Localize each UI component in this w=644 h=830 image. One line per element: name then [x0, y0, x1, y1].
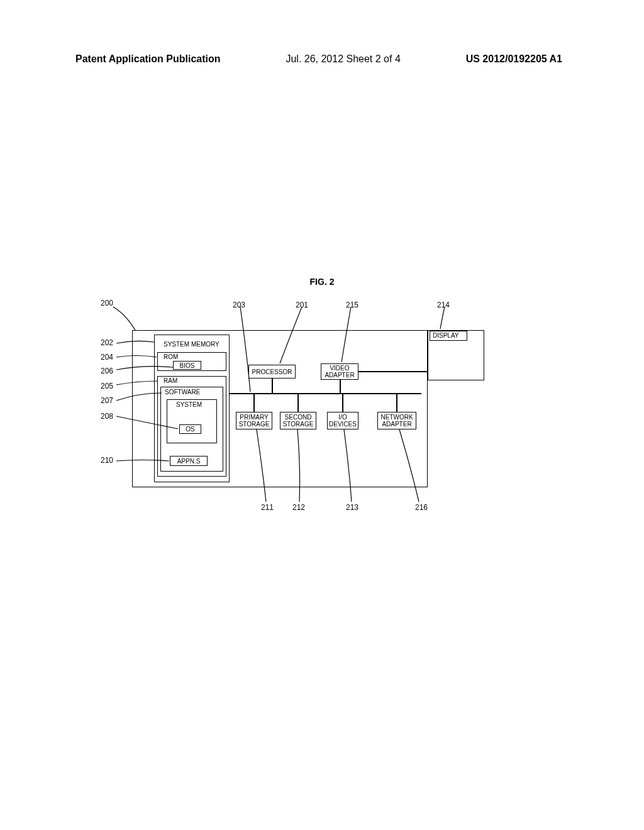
- ref-208: 208: [101, 412, 113, 421]
- network-adapter-box: NETWORK ADAPTER: [377, 412, 416, 429]
- ref-216: 216: [415, 503, 428, 512]
- ref-201: 201: [296, 301, 308, 309]
- display-text2: DISPLAY: [433, 332, 459, 339]
- ref-212: 212: [292, 503, 305, 512]
- second-storage-text: SECOND STORAGE: [283, 414, 314, 428]
- ref-205: 205: [101, 382, 113, 390]
- processor-box: PROCESSOR: [248, 365, 296, 379]
- ref-213: 213: [346, 503, 358, 512]
- ref-202: 202: [101, 338, 113, 347]
- rom-label: ROM: [164, 353, 178, 360]
- ref-200: 200: [101, 299, 113, 307]
- ref-210: 210: [101, 456, 113, 465]
- ref-203: 203: [233, 301, 245, 309]
- io-devices-box: I/O DEVICES: [327, 412, 358, 429]
- page-header: Patent Application Publication Jul. 26, …: [0, 53, 644, 65]
- ref-207: 207: [101, 396, 113, 405]
- header-right: US 2012/0192205 A1: [466, 53, 562, 65]
- software-label: SOFTWARE: [165, 389, 200, 396]
- io-devices-text: I/O DEVICES: [329, 414, 357, 428]
- ram-label: RAM: [164, 377, 177, 384]
- second-storage-box: SECOND STORAGE: [280, 412, 316, 429]
- second-storage-conn: [297, 394, 299, 412]
- figure-title: FIG. 2: [0, 277, 644, 287]
- ref-215: 215: [346, 301, 358, 309]
- header-mid: Jul. 26, 2012 Sheet 2 of 4: [286, 53, 400, 65]
- ref-206: 206: [101, 367, 113, 375]
- os-box: OS: [179, 424, 201, 434]
- processor-conn: [272, 379, 273, 393]
- primary-storage-conn: [253, 394, 255, 412]
- lead-214: [437, 307, 453, 332]
- ref-204: 204: [101, 353, 113, 362]
- system-memory-label: SYSTEM MEMORY: [164, 341, 219, 348]
- bus-line: [230, 393, 421, 394]
- display-span: DISPLAY: [433, 332, 459, 339]
- network-adapter-text: NETWORK ADAPTER: [380, 414, 413, 428]
- video-adapter-conn: [340, 380, 341, 393]
- ref-211: 211: [261, 503, 274, 512]
- primary-storage-box: PRIMARY STORAGE: [236, 412, 272, 429]
- video-display-conn: [358, 371, 428, 372]
- diagram-stage: DISPLAY DISPLAY SYSTEM MEMORY ROM BIOS R…: [94, 296, 553, 522]
- bios-box: BIOS: [173, 361, 201, 370]
- appns-box: APPN.S: [170, 456, 208, 466]
- io-devices-conn: [342, 394, 343, 412]
- system-label: SYSTEM: [176, 401, 202, 408]
- video-adapter-box: VIDEO ADAPTER: [321, 363, 358, 380]
- ref-214: 214: [437, 301, 450, 309]
- primary-storage-text: PRIMARY STORAGE: [239, 414, 270, 428]
- network-adapter-conn: [396, 394, 397, 412]
- header-left: Patent Application Publication: [75, 53, 221, 65]
- video-adapter-text: VIDEO ADAPTER: [325, 365, 354, 379]
